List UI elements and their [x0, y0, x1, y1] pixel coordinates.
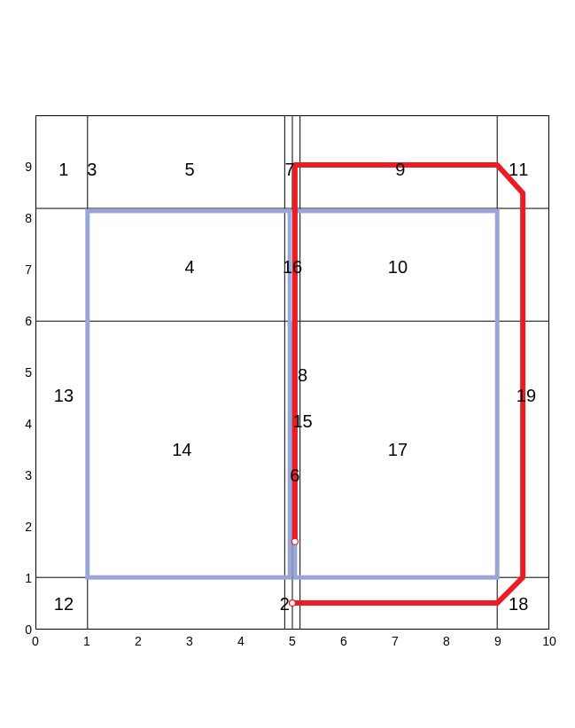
x-tick-label: 2: [135, 634, 142, 648]
y-tick-label: 1: [19, 571, 32, 585]
region-label-7: 7: [285, 159, 295, 179]
y-tick-label: 6: [19, 314, 32, 328]
figure-stage: 0123456789100123456789135791141610813151…: [0, 0, 575, 728]
x-tick-label: 4: [237, 634, 245, 648]
region-label-15: 15: [292, 411, 312, 432]
y-tick-label: 8: [19, 211, 32, 225]
svg-point-12: [290, 600, 296, 607]
region-label-2: 2: [280, 594, 290, 614]
x-tick-label: 10: [542, 634, 556, 648]
region-label-8: 8: [298, 364, 307, 385]
region-label-17: 17: [388, 440, 408, 460]
y-tick-label: 5: [19, 365, 32, 380]
x-tick-label: 6: [340, 634, 347, 648]
region-label-9: 9: [395, 159, 405, 179]
plot-svg: [36, 116, 548, 629]
svg-point-11: [291, 538, 298, 544]
x-tick-label: 9: [494, 634, 501, 648]
region-label-1: 1: [58, 159, 68, 179]
region-label-11: 11: [509, 159, 528, 179]
region-label-3: 3: [87, 159, 97, 179]
y-tick-label: 9: [19, 160, 32, 174]
y-tick-label: 3: [19, 468, 32, 482]
region-label-12: 12: [54, 594, 74, 614]
region-label-10: 10: [388, 257, 408, 278]
region-label-16: 16: [283, 257, 302, 278]
x-tick-label: 3: [186, 634, 193, 648]
x-tick-label: 5: [289, 634, 296, 648]
region-label-6: 6: [290, 466, 299, 486]
x-tick-label: 8: [443, 634, 450, 648]
y-tick-label: 0: [19, 622, 32, 637]
y-tick-label: 2: [19, 520, 32, 534]
plot-area: [35, 115, 549, 630]
region-label-4: 4: [184, 257, 194, 278]
x-tick-label: 7: [392, 634, 399, 648]
region-label-14: 14: [172, 440, 191, 460]
y-tick-label: 4: [19, 417, 32, 431]
region-label-18: 18: [509, 594, 528, 614]
region-label-19: 19: [517, 386, 536, 406]
x-tick-label: 1: [83, 634, 90, 648]
y-tick-label: 7: [19, 262, 32, 277]
region-label-5: 5: [184, 159, 194, 179]
x-tick-label: 0: [32, 634, 39, 648]
region-label-13: 13: [54, 386, 74, 406]
